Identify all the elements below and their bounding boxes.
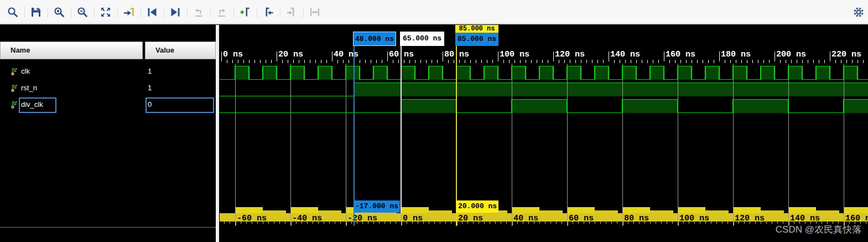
bottom-ruler-tick <box>556 222 557 224</box>
top-ruler-minor-tick <box>459 60 460 63</box>
marker-rel-time-box-yellow[interactable]: 20.000 ns <box>456 200 498 213</box>
top-ruler-minor-tick <box>487 60 487 63</box>
top-ruler-minor-tick <box>254 60 255 63</box>
top-ruler-minor-tick <box>520 60 521 63</box>
next-transition-button[interactable] <box>167 4 184 20</box>
bottom-ruler-tick <box>329 222 330 224</box>
floating-ruler-bump-low <box>816 210 839 213</box>
bottom-ruler-tick <box>562 222 562 224</box>
bottom-ruler-tick <box>268 222 269 224</box>
marker-time-box-blue[interactable]: 85.000 ns <box>455 33 498 46</box>
bottom-ruler-tick <box>766 222 767 224</box>
toolbar-separator <box>233 7 234 18</box>
top-ruler-minor-tick <box>725 60 725 63</box>
top-ruler-minor-tick <box>730 60 731 63</box>
floating-ruler-bump <box>678 207 705 213</box>
bottom-ruler-label: 40 ns <box>513 214 538 223</box>
floating-ruler-bump-low <box>429 210 452 213</box>
top-ruler-minor-tick <box>470 60 471 63</box>
bottom-ruler-tick <box>506 222 507 224</box>
top-ruler-minor-tick <box>371 60 371 63</box>
top-ruler-minor-tick <box>465 60 465 63</box>
marker-time-box-yellow[interactable]: 85.000 ns <box>455 25 498 33</box>
top-ruler-minor-tick <box>531 60 532 63</box>
gridline <box>512 114 512 226</box>
top-ruler-minor-tick <box>415 60 415 63</box>
top-ruler-minor-tick <box>614 60 615 63</box>
signal-value[interactable]: 1 <box>148 84 152 92</box>
top-ruler-minor-tick <box>835 60 836 63</box>
cursor-time-box-blue[interactable]: 48.000 ns <box>353 32 396 46</box>
bottom-ruler-tick <box>384 222 385 224</box>
cursor-time-box-white[interactable]: 65.000 ns <box>400 32 444 46</box>
top-ruler-major-tick <box>553 52 554 61</box>
top-ruler-minor-tick <box>797 60 797 63</box>
previous-transition-button[interactable] <box>144 4 160 20</box>
settings-button[interactable] <box>850 4 867 20</box>
bottom-ruler-tick <box>550 222 551 224</box>
floating-ruler-bump-low <box>650 210 673 213</box>
floating-ruler-bump <box>733 207 761 213</box>
top-ruler-minor-tick <box>537 60 537 63</box>
move-transition-left-button <box>190 4 207 20</box>
top-ruler-minor-tick <box>752 60 753 63</box>
floating-ruler-bump-low <box>263 210 286 213</box>
zoom-out-button[interactable] <box>74 4 91 20</box>
top-ruler-minor-tick <box>642 60 642 63</box>
top-ruler-minor-tick <box>813 60 814 63</box>
top-ruler-minor-tick <box>631 60 631 63</box>
gridline <box>844 114 844 226</box>
waveform-rows[interactable] <box>219 64 868 114</box>
top-ruler-label: 200 ns <box>776 50 806 59</box>
bottom-ruler-tick <box>484 222 485 224</box>
top-ruler-minor-tick <box>409 60 410 63</box>
top-ruler-minor-tick <box>232 60 233 63</box>
wave-canvas[interactable]: CSDN @农民真快落 0 ns20 ns40 ns60 ns80 ns100 … <box>219 25 868 242</box>
bottom-ruler-tick <box>722 222 723 224</box>
top-ruler-minor-tick <box>481 60 482 63</box>
cursor-line-blue[interactable] <box>354 46 355 226</box>
bottom-ruler-label: 0 ns <box>403 214 423 223</box>
zoom-in-button[interactable] <box>51 4 67 20</box>
signal-name: clk <box>21 67 30 75</box>
signal-row-rst_n[interactable]: rst_n 1 <box>0 80 216 97</box>
signal-value[interactable]: 1 <box>148 67 152 75</box>
search-button[interactable] <box>4 4 21 20</box>
bottom-ruler-tick <box>279 222 280 224</box>
cursor-line-white[interactable] <box>401 46 402 213</box>
signal-row-clk[interactable]: clk 1 <box>0 64 216 80</box>
toolbar-separator <box>48 7 48 18</box>
top-ruler-minor-tick <box>426 60 427 63</box>
bottom-ruler-tick <box>324 222 324 224</box>
top-ruler-major-tick <box>387 52 388 61</box>
go-to-last-transition-button[interactable] <box>121 4 137 20</box>
marker-line-yellow[interactable] <box>456 32 457 226</box>
signal-row-div_clk[interactable]: div_clk 0 <box>0 97 216 114</box>
top-ruler-minor-tick <box>266 60 266 63</box>
bottom-ruler-tick <box>390 222 391 224</box>
top-ruler-minor-tick <box>636 60 637 63</box>
previous-marker-button[interactable] <box>260 4 277 20</box>
top-ruler-minor-tick <box>620 60 620 63</box>
move-transition-right-button <box>214 4 230 20</box>
bottom-ruler-tick <box>445 222 446 224</box>
save-wave-config-button[interactable] <box>28 4 44 20</box>
floating-ruler-bump-low <box>761 210 784 213</box>
zoom-fit-button[interactable] <box>97 4 114 20</box>
top-ruler-minor-tick <box>542 60 543 63</box>
top-ruler-minor-tick <box>260 60 261 63</box>
top-ruler-major-tick <box>221 52 222 61</box>
toolbar-separator <box>303 7 304 18</box>
top-ruler-minor-tick <box>304 60 305 63</box>
toolbar-separator <box>210 7 211 18</box>
gridline <box>567 114 568 226</box>
bottom-ruler-tick <box>595 222 595 224</box>
top-ruler-minor-tick <box>315 60 316 63</box>
bottom-ruler-tick <box>379 222 380 224</box>
top-ruler-minor-tick <box>819 60 819 63</box>
add-marker-button[interactable] <box>237 4 253 20</box>
top-ruler-minor-tick <box>647 60 648 63</box>
gridline <box>678 114 678 226</box>
top-ruler-minor-tick <box>758 60 758 63</box>
cursor-rel-time-box-blue[interactable]: -17.000 ns <box>354 200 400 213</box>
